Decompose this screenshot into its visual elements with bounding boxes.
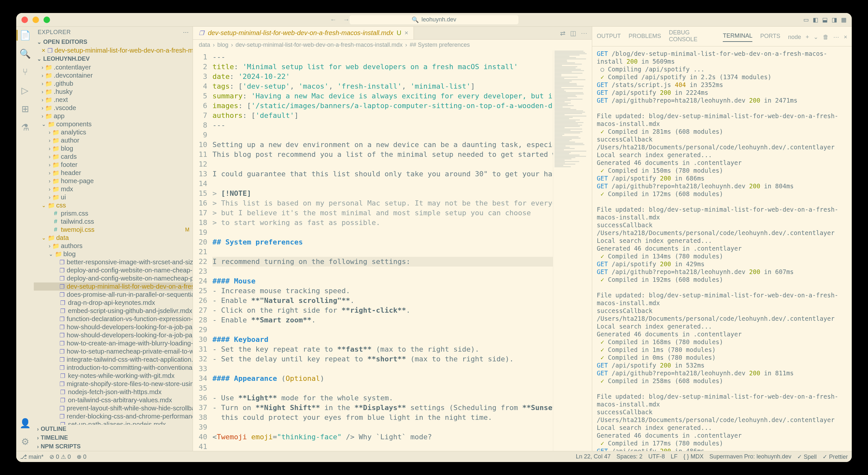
layout-panel-icon[interactable]: ▭ (803, 16, 809, 23)
extensions-icon[interactable]: ⊞ (22, 103, 29, 114)
folder-item[interactable]: ›📁.next (34, 96, 193, 104)
folder-item[interactable]: ›📁author (34, 136, 193, 145)
file-item[interactable]: ›❐how-to-setup-namecheap-private-email-t… (34, 347, 193, 355)
layout-sidebar-icon[interactable]: ◧ (813, 16, 818, 23)
status-item[interactable]: UTF-8 (648, 453, 665, 461)
new-terminal-icon[interactable]: + (806, 34, 809, 40)
status-item[interactable]: ✓ Spell (797, 453, 817, 461)
status-item[interactable]: Spaces: 2 (617, 453, 643, 461)
folder-item[interactable]: ⌄📁data (34, 234, 193, 242)
command-center[interactable]: 🔍 leohuynh.dev (349, 15, 519, 24)
status-item[interactable]: ⊕ 0 (77, 453, 86, 461)
file-item[interactable]: ›#tailwind.css (34, 218, 193, 226)
folder-item[interactable]: ›📁authors (34, 242, 193, 250)
file-item[interactable]: ›❐set-up-path-aliases-in-nodejs.mdx (34, 420, 193, 425)
more-icon[interactable]: ⋯ (581, 29, 587, 37)
file-item[interactable]: ›❐render-blocking-css-and-chrome-perform… (34, 412, 193, 420)
minimize-window-button[interactable] (32, 17, 39, 23)
layout-bottom-icon[interactable]: ⬓ (822, 16, 828, 23)
open-editor-item[interactable]: × ❐ dev-setup-minimal-list-for-web-dev-o… (34, 46, 193, 55)
file-item[interactable]: ›❐does-promise-all-run-in-parallel-or-se… (34, 291, 193, 299)
folder-item[interactable]: ›📁app (34, 112, 193, 120)
maximize-panel-icon[interactable]: ⋯ (833, 33, 839, 40)
terminal-output[interactable]: GET /blog/dev-setup-minimal-list-for-web… (592, 46, 852, 451)
status-item[interactable]: LF (671, 453, 678, 461)
file-item[interactable]: ›❐migrate-shopify-store-files-to-new-sto… (34, 380, 193, 388)
close-window-button[interactable] (22, 17, 28, 23)
folder-item[interactable]: ⌄📁blog (34, 250, 193, 258)
folder-item[interactable]: ⌄📁css (34, 201, 193, 210)
compare-icon[interactable]: ⇄ (560, 29, 565, 37)
file-item[interactable]: ›❐deploy-and-config-website-on-name-chea… (34, 266, 193, 274)
folder-item[interactable]: ›📁analytics (34, 128, 193, 136)
file-item[interactable]: ›❐dev-setup-minimal-list-for-web-dev-on-… (34, 282, 193, 291)
minimap[interactable] (553, 50, 592, 451)
code-area[interactable]: ---title: 'Minimal setup list for web de… (213, 50, 553, 451)
test-icon[interactable]: ⚗ (21, 122, 29, 133)
folder-item[interactable]: ›📁.github (34, 80, 193, 88)
file-item[interactable]: ›#prism.css (34, 210, 193, 218)
folder-item[interactable]: ›📁home-page (34, 177, 193, 185)
project-section[interactable]: ⌄ LEOHUYNH.DEV (34, 55, 193, 63)
split-icon[interactable]: ◫ (570, 29, 576, 37)
file-item[interactable]: ›❐embed-script-using-github-and-jsdelivr… (34, 307, 193, 315)
close-icon[interactable]: × (41, 47, 45, 54)
file-item[interactable]: ›#twemoji.cssM (34, 226, 193, 234)
account-icon[interactable]: 👤 (20, 418, 31, 429)
file-item[interactable]: ›❐drag-n-drop-api-keynotes.mdx (34, 299, 193, 307)
panel-tab-terminal[interactable]: TERMINAL (723, 32, 752, 42)
nav-forward-icon[interactable]: → (343, 16, 349, 23)
folder-item[interactable]: ›📁.contentlayer (34, 63, 193, 71)
folder-item[interactable]: ›📁.devcontainer (34, 71, 193, 80)
search-activity-icon[interactable]: 🔍 (20, 49, 31, 59)
folder-item[interactable]: ›📁blog (34, 145, 193, 153)
file-item[interactable]: ›❐how-should-developers-looking-for-a-jo… (34, 331, 193, 339)
status-item[interactable]: ✓ Prettier (823, 453, 848, 461)
folder-item[interactable]: ›📁footer (34, 161, 193, 169)
folder-item[interactable]: ⌄📁components (34, 120, 193, 128)
timeline-section[interactable]: › TIMELINE (34, 434, 193, 442)
outline-section[interactable]: › OUTLINE (34, 425, 193, 434)
file-item[interactable]: ›❐better-responsive-image-with-srcset-an… (34, 258, 193, 266)
layout-right-icon[interactable]: ◨ (832, 16, 837, 23)
close-panel-icon[interactable]: × (844, 34, 847, 40)
status-item[interactable]: ⎇ main* (20, 453, 43, 461)
status-item[interactable]: Ln 22, Col 47 (576, 453, 611, 461)
folder-item[interactable]: ›📁.husky (34, 88, 193, 96)
explorer-icon[interactable]: 📄 (17, 30, 31, 40)
file-item[interactable]: ›❐function-declaration-vs-function-expre… (34, 315, 193, 323)
source-control-icon[interactable]: ⑂ (23, 67, 28, 77)
terminal-shell-label[interactable]: node (788, 34, 801, 40)
kill-terminal-icon[interactable]: 🗑 (823, 34, 829, 40)
npm-scripts-section[interactable]: › NPM SCRIPTS (34, 442, 193, 451)
status-item[interactable]: ⊘ 0 ⚠ 0 (50, 453, 71, 461)
status-item[interactable]: Supermaven Pro: leohuynh.dev (710, 453, 791, 461)
file-item[interactable]: ›❐on-tailwind-css-arbitrary-values.mdx (34, 396, 193, 404)
panel-tab-ports[interactable]: PORTS (760, 33, 780, 41)
breadcrumb-item[interactable]: dev-setup-minimal-list-for-web-dev-on-a-… (236, 41, 402, 49)
debug-icon[interactable]: ▷ (22, 85, 29, 96)
settings-gear-icon[interactable]: ⚙ (21, 436, 29, 447)
folder-item[interactable]: ›📁.vscode (34, 104, 193, 112)
folder-item[interactable]: ›📁mdx (34, 185, 193, 193)
close-tab-icon[interactable]: × (404, 29, 408, 37)
breadcrumb-item[interactable]: data (199, 41, 210, 49)
folder-item[interactable]: ›📁header (34, 169, 193, 177)
breadcrumb[interactable]: data›blog›dev-setup-minimal-list-for-web… (193, 40, 592, 50)
file-item[interactable]: ›❐nodejs-fetch-json-with-https.mdx (34, 388, 193, 396)
editor-tab[interactable]: ❐ dev-setup-minimal-list-for-web-dev-on-… (193, 27, 414, 39)
file-item[interactable]: ›❐integrate-tailwind-css-with-react-appl… (34, 355, 193, 363)
panel-tab-debug-console[interactable]: DEBUG CONSOLE (669, 29, 715, 45)
file-item[interactable]: ›❐introduction-to-committing-with-conven… (34, 363, 193, 372)
open-editors-section[interactable]: ⌄ OPEN EDITORS (34, 38, 193, 46)
folder-item[interactable]: ›📁cards (34, 153, 193, 161)
file-item[interactable]: ›❐how-should-developers-looking-for-a-jo… (34, 323, 193, 331)
editor-body[interactable]: 1234567891011121314151617181920212223242… (193, 50, 592, 451)
terminal-dropdown-icon[interactable]: ⌄ (813, 33, 818, 40)
file-item[interactable]: ›❐prevent-layout-shift-while-show-hide-s… (34, 404, 193, 412)
nav-back-icon[interactable]: ← (330, 16, 337, 23)
breadcrumb-item[interactable]: blog (217, 41, 228, 49)
panel-tab-problems[interactable]: PROBLEMS (628, 33, 661, 41)
maximize-window-button[interactable] (43, 17, 50, 23)
status-item[interactable]: { } MDX (683, 453, 704, 461)
